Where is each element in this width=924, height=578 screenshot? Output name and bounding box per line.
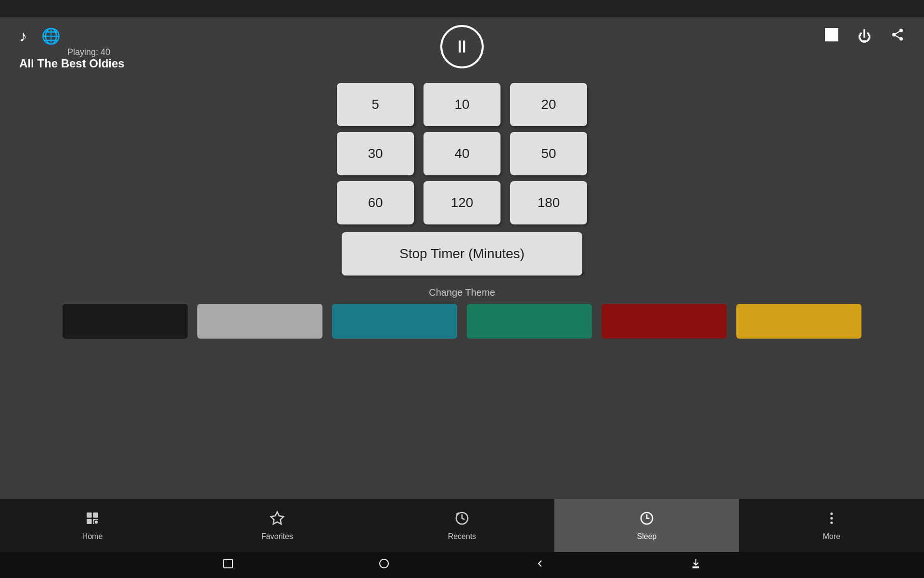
bottom-nav: Home Favorites Recents Sleep — [0, 499, 924, 552]
stop-timer-button[interactable]: Stop Timer (Minutes) — [342, 232, 582, 276]
stop-button[interactable] — [825, 28, 838, 45]
recents-icon — [454, 511, 470, 529]
android-download-button[interactable] — [690, 558, 702, 572]
timer-50-button[interactable]: 50 — [510, 132, 587, 175]
pause-button[interactable]: ⏸ — [440, 25, 484, 68]
nav-more-label: More — [823, 532, 840, 541]
timer-40-button[interactable]: 40 — [424, 132, 500, 175]
power-icon: ⏻ — [858, 29, 871, 44]
nav-sleep[interactable]: Sleep — [554, 499, 739, 552]
theme-section: Change Theme — [0, 287, 924, 339]
nav-favorites-label: Favorites — [261, 532, 293, 541]
header-left: ♪ 🌐 — [19, 27, 825, 45]
timer-20-button[interactable]: 20 — [510, 83, 587, 126]
timer-section: 5 10 20 30 40 50 60 120 180 Stop Timer (… — [0, 83, 924, 276]
theme-swatch-yellow[interactable] — [736, 304, 861, 339]
timer-120-button[interactable]: 120 — [424, 181, 500, 224]
svg-point-11 — [830, 521, 833, 524]
music-icon: ♪ — [19, 27, 27, 45]
header: ♪ 🌐 Playing: 40 ⏸ ⏻ — [0, 17, 924, 55]
home-icon — [85, 511, 100, 529]
svg-point-5 — [95, 520, 98, 524]
theme-swatch-gray[interactable] — [197, 304, 322, 339]
android-home-button[interactable] — [378, 558, 390, 572]
share-button[interactable] — [890, 27, 905, 45]
timer-180-button[interactable]: 180 — [510, 181, 587, 224]
timer-10-button[interactable]: 10 — [424, 83, 500, 126]
share-icon — [890, 30, 905, 45]
nav-more[interactable]: More — [739, 499, 924, 552]
timer-5-button[interactable]: 5 — [337, 83, 414, 126]
timer-row-3: 60 120 180 — [337, 181, 587, 224]
nav-home-label: Home — [82, 532, 103, 541]
theme-colors — [53, 304, 871, 339]
nav-home[interactable]: Home — [0, 499, 185, 552]
playing-info: Playing: 40 — [67, 47, 110, 57]
svg-point-13 — [380, 559, 388, 568]
svg-rect-1 — [93, 512, 98, 518]
power-button[interactable]: ⏻ — [858, 28, 871, 44]
svg-rect-0 — [87, 512, 92, 518]
android-back-button[interactable] — [534, 558, 546, 572]
timer-30-button[interactable]: 30 — [337, 132, 414, 175]
nav-recents-label: Recents — [448, 532, 476, 541]
header-right: ⏻ — [825, 27, 905, 45]
theme-swatch-teal[interactable] — [332, 304, 457, 339]
nav-sleep-label: Sleep — [637, 532, 657, 541]
theme-swatch-black[interactable] — [63, 304, 188, 339]
timer-row-2: 30 40 50 — [337, 132, 587, 175]
status-bar — [0, 0, 924, 17]
globe-icon: 🌐 — [41, 27, 61, 45]
change-theme-label: Change Theme — [429, 287, 495, 298]
nav-recents[interactable]: Recents — [370, 499, 554, 552]
theme-swatch-green-teal[interactable] — [467, 304, 592, 339]
sleep-icon — [639, 511, 654, 529]
android-nav — [0, 552, 924, 578]
main-area: ♪ 🌐 Playing: 40 ⏸ ⏻ — [0, 17, 924, 499]
more-icon — [824, 511, 839, 529]
android-square-button[interactable] — [222, 558, 234, 572]
svg-marker-6 — [271, 512, 284, 524]
timer-row-1: 5 10 20 — [337, 83, 587, 126]
favorites-icon — [270, 511, 285, 529]
timer-60-button[interactable]: 60 — [337, 181, 414, 224]
svg-rect-12 — [224, 559, 232, 568]
svg-point-10 — [830, 517, 833, 519]
stop-icon — [825, 28, 838, 41]
theme-swatch-red[interactable] — [602, 304, 727, 339]
header-center: ⏸ — [440, 25, 484, 68]
svg-rect-2 — [87, 519, 92, 524]
pause-icon: ⏸ — [453, 38, 471, 55]
nav-favorites[interactable]: Favorites — [185, 499, 370, 552]
svg-point-9 — [830, 512, 833, 515]
